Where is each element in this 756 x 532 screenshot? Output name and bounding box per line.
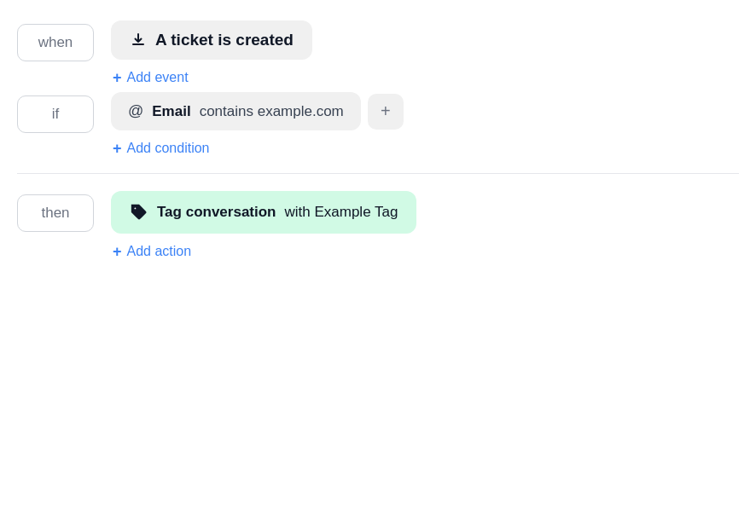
download-icon xyxy=(130,32,147,49)
add-action-label: Add action xyxy=(127,244,192,259)
add-event-label: Add event xyxy=(127,70,189,85)
tag-icon xyxy=(130,203,148,222)
plus-icon-action: + xyxy=(113,244,122,259)
section-divider xyxy=(17,173,739,174)
then-content: Tag conversation with Example Tag + Add … xyxy=(111,191,416,259)
condition-field-normal: contains example.com xyxy=(200,103,344,120)
plus-icon-condition: + xyxy=(113,141,122,156)
add-event-link[interactable]: + Add event xyxy=(111,70,312,85)
when-section: when A ticket is created + Add event xyxy=(17,20,739,85)
if-content: @ Email contains example.com + + Add con… xyxy=(111,92,404,156)
action-field-normal: with Example Tag xyxy=(285,204,398,221)
when-content: A ticket is created + Add event xyxy=(111,20,312,85)
plus-icon: + xyxy=(113,70,122,85)
event-pill[interactable]: A ticket is created xyxy=(111,20,312,60)
action-field-bold: Tag conversation xyxy=(157,204,276,221)
then-label: then xyxy=(17,194,94,232)
event-label: A ticket is created xyxy=(155,31,294,49)
condition-plus-button[interactable]: + xyxy=(368,94,404,130)
action-pill[interactable]: Tag conversation with Example Tag xyxy=(111,191,416,234)
when-label: when xyxy=(17,24,94,61)
add-action-link[interactable]: + Add action xyxy=(111,244,416,259)
condition-field-bold: Email xyxy=(152,103,190,120)
if-label: if xyxy=(17,95,94,133)
condition-row: @ Email contains example.com + xyxy=(111,92,404,130)
condition-pill[interactable]: @ Email contains example.com xyxy=(111,92,361,130)
at-icon: @ xyxy=(128,102,143,120)
if-section: if @ Email contains example.com + + Add … xyxy=(17,92,739,156)
then-section: then Tag conversation with Example Tag +… xyxy=(17,191,739,259)
add-condition-label: Add condition xyxy=(127,141,210,156)
add-condition-link[interactable]: + Add condition xyxy=(111,141,404,156)
